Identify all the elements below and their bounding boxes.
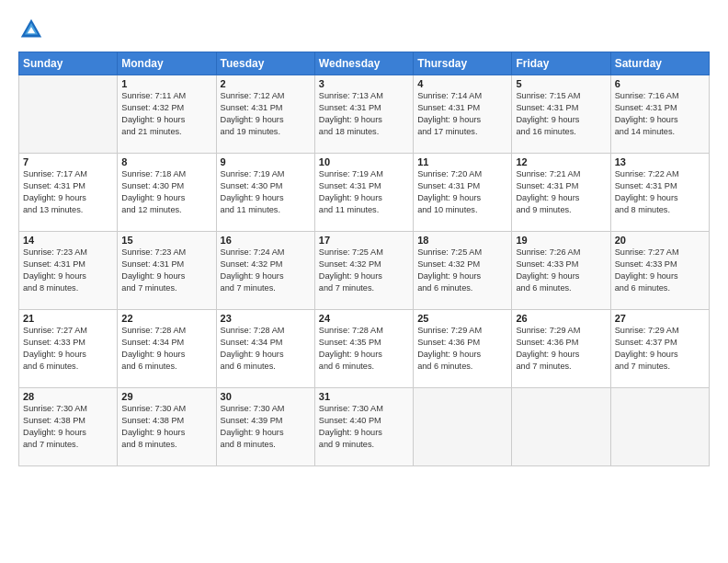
day-info: Sunrise: 7:19 AMSunset: 4:31 PMDaylight:…: [319, 168, 409, 216]
calendar-cell: [414, 388, 512, 466]
calendar-header: SundayMondayTuesdayWednesdayThursdayFrid…: [19, 52, 710, 75]
day-number: 9: [221, 156, 311, 167]
calendar-cell: [512, 388, 610, 466]
calendar-cell: 22Sunrise: 7:28 AMSunset: 4:34 PMDayligh…: [118, 310, 216, 388]
day-number: 16: [221, 235, 311, 246]
calendar-cell: 1Sunrise: 7:11 AMSunset: 4:32 PMDaylight…: [118, 75, 216, 154]
day-info: Sunrise: 7:15 AMSunset: 4:31 PMDaylight:…: [516, 90, 606, 138]
calendar-cell: 6Sunrise: 7:16 AMSunset: 4:31 PMDaylight…: [610, 75, 709, 154]
day-info: Sunrise: 7:30 AMSunset: 4:40 PMDaylight:…: [319, 403, 409, 451]
calendar-cell: 25Sunrise: 7:29 AMSunset: 4:36 PMDayligh…: [414, 310, 512, 388]
calendar-cell: [610, 388, 709, 466]
day-number: 30: [221, 391, 311, 402]
day-number: 12: [516, 156, 606, 167]
header-day-saturday: Saturday: [610, 52, 709, 75]
calendar-cell: 24Sunrise: 7:28 AMSunset: 4:35 PMDayligh…: [314, 310, 413, 388]
header-day-tuesday: Tuesday: [216, 52, 314, 75]
page: SundayMondayTuesdayWednesdayThursdayFrid…: [0, 0, 728, 563]
day-info: Sunrise: 7:19 AMSunset: 4:30 PMDaylight:…: [221, 168, 311, 216]
day-number: 28: [23, 391, 113, 402]
day-number: 4: [417, 78, 507, 89]
calendar-cell: 21Sunrise: 7:27 AMSunset: 4:33 PMDayligh…: [19, 310, 118, 388]
day-info: Sunrise: 7:27 AMSunset: 4:33 PMDaylight:…: [23, 325, 113, 373]
calendar-cell: 11Sunrise: 7:20 AMSunset: 4:31 PMDayligh…: [414, 154, 512, 232]
day-number: 7: [23, 156, 113, 167]
day-number: 31: [319, 391, 409, 402]
day-number: 10: [319, 156, 409, 167]
calendar-cell: 23Sunrise: 7:28 AMSunset: 4:34 PMDayligh…: [216, 310, 314, 388]
header: [18, 17, 710, 42]
day-number: 3: [319, 78, 409, 89]
day-info: Sunrise: 7:14 AMSunset: 4:31 PMDaylight:…: [417, 90, 507, 138]
day-info: Sunrise: 7:11 AMSunset: 4:32 PMDaylight:…: [121, 90, 211, 138]
day-info: Sunrise: 7:27 AMSunset: 4:33 PMDaylight:…: [615, 247, 705, 294]
header-day-monday: Monday: [118, 52, 216, 75]
calendar-cell: 3Sunrise: 7:13 AMSunset: 4:31 PMDaylight…: [314, 75, 413, 154]
calendar-cell: 2Sunrise: 7:12 AMSunset: 4:31 PMDaylight…: [216, 75, 314, 154]
day-number: 13: [615, 156, 705, 167]
week-row-4: 21Sunrise: 7:27 AMSunset: 4:33 PMDayligh…: [19, 310, 710, 388]
day-info: Sunrise: 7:23 AMSunset: 4:31 PMDaylight:…: [121, 247, 211, 294]
day-number: 24: [319, 313, 409, 324]
day-info: Sunrise: 7:30 AMSunset: 4:39 PMDaylight:…: [221, 403, 311, 451]
week-row-2: 7Sunrise: 7:17 AMSunset: 4:31 PMDaylight…: [19, 154, 710, 232]
day-info: Sunrise: 7:28 AMSunset: 4:35 PMDaylight:…: [319, 325, 409, 373]
calendar-body: 1Sunrise: 7:11 AMSunset: 4:32 PMDaylight…: [19, 75, 710, 466]
day-info: Sunrise: 7:28 AMSunset: 4:34 PMDaylight:…: [221, 325, 311, 373]
day-number: 8: [121, 156, 211, 167]
logo-icon: [18, 17, 44, 42]
day-number: 17: [319, 235, 409, 246]
day-info: Sunrise: 7:12 AMSunset: 4:31 PMDaylight:…: [221, 90, 311, 138]
calendar-cell: 26Sunrise: 7:29 AMSunset: 4:36 PMDayligh…: [512, 310, 610, 388]
calendar-cell: 29Sunrise: 7:30 AMSunset: 4:38 PMDayligh…: [118, 388, 216, 466]
header-day-wednesday: Wednesday: [314, 52, 413, 75]
calendar-table: SundayMondayTuesdayWednesdayThursdayFrid…: [18, 52, 710, 466]
day-number: 20: [615, 235, 705, 246]
day-info: Sunrise: 7:13 AMSunset: 4:31 PMDaylight:…: [319, 90, 409, 138]
day-number: 22: [121, 313, 211, 324]
day-info: Sunrise: 7:17 AMSunset: 4:31 PMDaylight:…: [23, 168, 113, 216]
calendar-cell: 5Sunrise: 7:15 AMSunset: 4:31 PMDaylight…: [512, 75, 610, 154]
day-info: Sunrise: 7:25 AMSunset: 4:32 PMDaylight:…: [417, 247, 507, 294]
calendar-cell: 16Sunrise: 7:24 AMSunset: 4:32 PMDayligh…: [216, 232, 314, 310]
day-info: Sunrise: 7:21 AMSunset: 4:31 PMDaylight:…: [516, 168, 606, 216]
calendar-cell: 12Sunrise: 7:21 AMSunset: 4:31 PMDayligh…: [512, 154, 610, 232]
day-info: Sunrise: 7:18 AMSunset: 4:30 PMDaylight:…: [121, 168, 211, 216]
day-number: 6: [615, 78, 705, 89]
day-number: 18: [417, 235, 507, 246]
day-number: 29: [121, 391, 211, 402]
calendar-cell: 13Sunrise: 7:22 AMSunset: 4:31 PMDayligh…: [610, 154, 709, 232]
day-number: 23: [221, 313, 311, 324]
day-number: 25: [417, 313, 507, 324]
day-info: Sunrise: 7:25 AMSunset: 4:32 PMDaylight:…: [319, 247, 409, 294]
day-info: Sunrise: 7:24 AMSunset: 4:32 PMDaylight:…: [221, 247, 311, 294]
day-info: Sunrise: 7:30 AMSunset: 4:38 PMDaylight:…: [23, 403, 113, 451]
day-info: Sunrise: 7:28 AMSunset: 4:34 PMDaylight:…: [121, 325, 211, 373]
calendar-cell: [19, 75, 118, 154]
calendar-cell: 30Sunrise: 7:30 AMSunset: 4:39 PMDayligh…: [216, 388, 314, 466]
day-number: 19: [516, 235, 606, 246]
day-info: Sunrise: 7:23 AMSunset: 4:31 PMDaylight:…: [23, 247, 113, 294]
day-number: 2: [221, 78, 311, 89]
header-day-thursday: Thursday: [414, 52, 512, 75]
header-day-friday: Friday: [512, 52, 610, 75]
day-info: Sunrise: 7:22 AMSunset: 4:31 PMDaylight:…: [615, 168, 705, 216]
header-row: SundayMondayTuesdayWednesdayThursdayFrid…: [19, 52, 710, 75]
day-number: 1: [121, 78, 211, 89]
calendar-cell: 14Sunrise: 7:23 AMSunset: 4:31 PMDayligh…: [19, 232, 118, 310]
calendar-cell: 17Sunrise: 7:25 AMSunset: 4:32 PMDayligh…: [314, 232, 413, 310]
day-number: 26: [516, 313, 606, 324]
day-info: Sunrise: 7:29 AMSunset: 4:37 PMDaylight:…: [615, 325, 705, 373]
day-info: Sunrise: 7:30 AMSunset: 4:38 PMDaylight:…: [121, 403, 211, 451]
day-number: 27: [615, 313, 705, 324]
calendar-cell: 28Sunrise: 7:30 AMSunset: 4:38 PMDayligh…: [19, 388, 118, 466]
day-number: 5: [516, 78, 606, 89]
calendar-cell: 18Sunrise: 7:25 AMSunset: 4:32 PMDayligh…: [414, 232, 512, 310]
calendar-cell: 9Sunrise: 7:19 AMSunset: 4:30 PMDaylight…: [216, 154, 314, 232]
day-number: 15: [121, 235, 211, 246]
day-info: Sunrise: 7:29 AMSunset: 4:36 PMDaylight:…: [516, 325, 606, 373]
day-number: 11: [417, 156, 507, 167]
calendar-cell: 4Sunrise: 7:14 AMSunset: 4:31 PMDaylight…: [414, 75, 512, 154]
day-info: Sunrise: 7:16 AMSunset: 4:31 PMDaylight:…: [615, 90, 705, 138]
day-info: Sunrise: 7:20 AMSunset: 4:31 PMDaylight:…: [417, 168, 507, 216]
